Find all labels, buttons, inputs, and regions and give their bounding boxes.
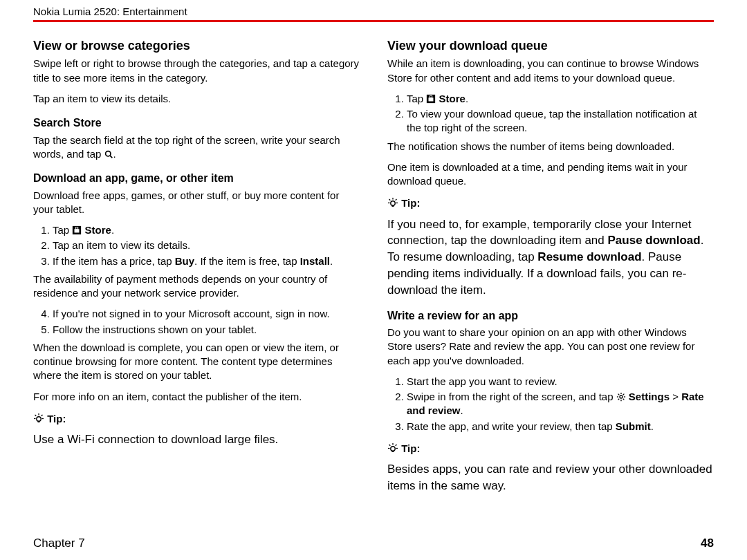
svg-line-34 — [389, 445, 391, 446]
chapter-label: Chapter 7 — [33, 536, 85, 550]
text: . If the item is free, tap — [194, 255, 300, 267]
para-download-done: When the download is complete, you can o… — [33, 341, 360, 383]
step: Start the app you want to review. — [407, 375, 714, 389]
step: If the item has a price, tap Buy. If the… — [53, 254, 360, 268]
para-availability: The availability of payment methods depe… — [33, 272, 360, 301]
svg-line-19 — [396, 199, 397, 200]
text: Tap the search field at the top right of… — [33, 134, 340, 160]
step: Swipe in from the right of the screen, a… — [407, 390, 714, 418]
page-header: Nokia Lumia 2520: Entertainment — [0, 0, 747, 20]
tip-icon — [387, 197, 398, 209]
para-browse: Swipe left or right to browse through th… — [33, 57, 360, 85]
content-columns: View or browse categories Swipe left or … — [0, 30, 747, 501]
review-steps: Start the app you want to review. Swipe … — [387, 375, 714, 433]
svg-point-5 — [37, 417, 41, 421]
svg-line-35 — [396, 445, 397, 446]
para-one-item: One item is downloaded at a time, and pe… — [387, 160, 714, 189]
tip-icon — [33, 413, 44, 424]
para-more-info: For more info on an item, contact the pu… — [33, 390, 360, 404]
svg-point-0 — [105, 151, 110, 156]
queue-steps: Tap Store. To view your download queue, … — [387, 92, 714, 136]
tip-body: Besides apps, you can rate and review yo… — [387, 461, 714, 494]
step: Tap Store. — [407, 92, 714, 106]
store-icon — [426, 92, 436, 106]
svg-point-22 — [620, 395, 622, 398]
pause-label: Pause download — [608, 234, 701, 247]
step: Rate the app, and write your review, the… — [407, 420, 714, 433]
text: If the item has a price, tap — [53, 255, 175, 267]
store-icon — [72, 223, 82, 237]
tip-label: Tip: — [387, 442, 714, 456]
svg-rect-3 — [75, 229, 80, 232]
svg-line-28 — [622, 399, 624, 400]
text: . — [651, 420, 654, 432]
step: Tap Store. — [53, 223, 360, 237]
text: . — [465, 93, 468, 104]
page-number: 48 — [701, 536, 714, 550]
heading-search: Search Store — [33, 115, 360, 131]
right-column: View your download queue While an item i… — [387, 30, 714, 501]
tip-text: Tip: — [47, 413, 66, 424]
svg-line-18 — [389, 199, 391, 200]
step: To view your download queue, tap the ins… — [407, 107, 714, 136]
tip-icon — [387, 442, 398, 454]
gear-icon — [616, 391, 626, 402]
tip-text: Tip: — [401, 197, 420, 209]
para-notification: The notification shows the number of ite… — [387, 140, 714, 153]
submit-label: Submit — [616, 420, 651, 432]
svg-rect-6 — [38, 421, 40, 422]
tip-body: Use a Wi-Fi connection to download large… — [33, 431, 360, 448]
heading-browse: View or browse categories — [33, 37, 360, 54]
tip-text: Tip: — [401, 442, 420, 454]
para-tap-item: Tap an item to view its details. — [33, 92, 360, 106]
para-download: Download free apps, games, or other stuf… — [33, 189, 360, 217]
resume-label: Resume download — [537, 250, 641, 263]
page-footer: Chapter 7 48 — [33, 536, 714, 550]
step: If you're not signed in to your Microsof… — [53, 307, 360, 321]
svg-line-9 — [42, 415, 43, 416]
heading-review: Write a review for an app — [387, 308, 714, 324]
para-review: Do you want to share your opinion on an … — [387, 326, 714, 368]
text: . — [113, 148, 116, 160]
svg-point-15 — [391, 201, 395, 205]
store-label: Store — [439, 93, 465, 104]
tip-body: If you need to, for example, temporarily… — [387, 216, 714, 299]
svg-line-27 — [618, 394, 619, 395]
text: Rate the app, and write your review, the… — [407, 420, 616, 432]
svg-rect-16 — [392, 205, 394, 207]
tip-label: Tip: — [33, 412, 360, 426]
text: > — [670, 391, 681, 402]
left-column: View or browse categories Swipe left or … — [33, 30, 360, 501]
heading-download: Download an app, game, or other item — [33, 171, 360, 186]
text: Tap — [53, 224, 72, 236]
text: Tap — [407, 93, 426, 104]
svg-line-29 — [618, 399, 619, 400]
svg-rect-32 — [392, 451, 394, 452]
step: Follow the instructions shown on your ta… — [53, 323, 360, 337]
heading-queue: View your download queue — [387, 37, 714, 54]
header-rule — [33, 20, 714, 22]
text: Swipe in from the right of the screen, a… — [407, 391, 616, 402]
svg-point-31 — [391, 447, 395, 451]
tip-label: Tip: — [387, 196, 714, 210]
svg-line-8 — [35, 415, 37, 416]
text: . — [111, 224, 114, 236]
buy-label: Buy — [175, 255, 194, 267]
install-label: Install — [300, 255, 330, 267]
text: . — [330, 255, 333, 267]
download-steps-cont: If you're not signed in to your Microsof… — [33, 307, 360, 337]
text: . — [461, 404, 463, 416]
para-search: Tap the search field at the top right of… — [33, 133, 360, 162]
settings-label: Settings — [629, 391, 670, 402]
download-steps: Tap Store. Tap an item to view its detai… — [33, 223, 360, 268]
store-label: Store — [85, 224, 111, 236]
svg-line-30 — [622, 394, 624, 395]
svg-rect-13 — [429, 97, 434, 101]
step: Tap an item to view its details. — [53, 239, 360, 252]
svg-line-1 — [110, 156, 112, 158]
para-queue: While an item is downloading, you can co… — [387, 57, 714, 85]
search-icon — [104, 148, 113, 160]
